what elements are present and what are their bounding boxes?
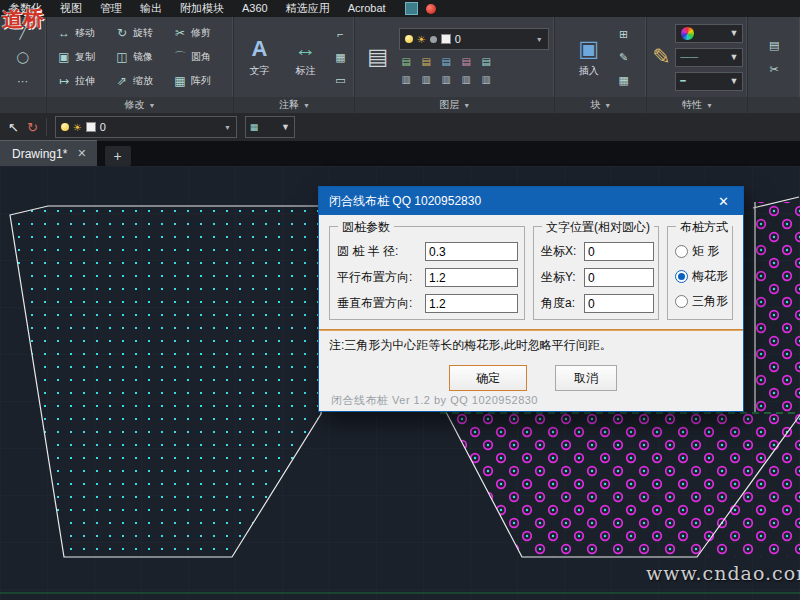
- trim-button[interactable]: ✂修剪: [169, 21, 227, 45]
- paste-icon[interactable]: ▤: [764, 36, 784, 54]
- mirror-button[interactable]: ◫镜像: [111, 45, 169, 69]
- layers-panel-label[interactable]: 图层 ▼: [355, 97, 554, 113]
- menu-featured-apps[interactable]: 精选应用: [277, 0, 339, 17]
- layer-tool-icon[interactable]: ▥: [399, 72, 414, 86]
- layer-tool-icon[interactable]: ▤: [459, 54, 474, 68]
- coord-y-label: 坐标Y:: [541, 269, 581, 286]
- rotate-button[interactable]: ↻旋转: [111, 21, 169, 45]
- block-edit-icon[interactable]: ⊞: [614, 25, 634, 43]
- stretch-button[interactable]: ↦拉伸: [53, 69, 111, 93]
- angle-input[interactable]: [584, 294, 654, 313]
- new-tab-button[interactable]: +: [105, 146, 131, 166]
- scale-button[interactable]: ⇗缩放: [111, 69, 169, 93]
- autocad-window: 参数化 视图 管理 输出 附加模块 A360 精选应用 Acrobat 道桥 ╱…: [0, 0, 800, 600]
- table-icon[interactable]: ▦: [330, 48, 350, 66]
- vertical-spacing-label: 垂直布置方向:: [337, 295, 422, 312]
- layer-tool-icon[interactable]: ▤: [399, 54, 414, 68]
- radio-icon[interactable]: [675, 245, 688, 258]
- lineweight-dropdown[interactable]: ━ ▼: [675, 72, 743, 91]
- apps-grid-icon[interactable]: [405, 2, 418, 15]
- daoqiao-logo: 道桥: [2, 4, 45, 33]
- draw-more-icon[interactable]: ⋯: [13, 72, 33, 90]
- dialog-body: 圆桩参数 圆 桩 半 径: 平行布置方向: 垂直布置方向: 文字位置(相对圆心): [319, 215, 743, 411]
- layer-properties-button[interactable]: ▤: [361, 21, 395, 93]
- fillet-button[interactable]: ⌒圆角: [169, 45, 227, 69]
- dimension-label: 标注: [295, 64, 315, 78]
- menu-output[interactable]: 输出: [131, 0, 171, 17]
- menu-view[interactable]: 视图: [51, 0, 91, 17]
- drawing-tab[interactable]: Drawing1* ✕: [0, 140, 97, 166]
- ok-button[interactable]: 确定: [449, 365, 527, 391]
- redo-icon[interactable]: ↻: [27, 120, 38, 135]
- accent-divider: [319, 329, 743, 331]
- stretch-icon: ↦: [57, 74, 71, 88]
- parallel-spacing-input[interactable]: [425, 268, 518, 287]
- move-button[interactable]: ↔移动: [53, 21, 111, 45]
- radio-mode-plum[interactable]: 梅花形: [675, 268, 732, 285]
- properties-panel-label[interactable]: 特性 ▼: [647, 97, 747, 113]
- coord-x-input[interactable]: [584, 242, 654, 261]
- close-icon[interactable]: ✕: [714, 192, 733, 211]
- layer-tool-icon[interactable]: ▥: [479, 72, 494, 86]
- menu-a360[interactable]: A360: [233, 0, 277, 17]
- layer-tool-icon[interactable]: ▥: [419, 72, 434, 86]
- chevron-down-icon: ▼: [281, 122, 290, 132]
- separator: [46, 118, 47, 136]
- block-define-icon[interactable]: ▦: [614, 71, 634, 89]
- dialog-titlebar[interactable]: 闭合线布桩 QQ 1020952830 ✕: [319, 187, 743, 215]
- group-pile-mode: 布桩方式 矩 形 梅花形 三角形: [667, 226, 733, 320]
- vertical-spacing-input[interactable]: [425, 294, 518, 313]
- right-strip-piles: [756, 202, 800, 412]
- block-panel-text: 块: [590, 98, 600, 112]
- cursor-icon[interactable]: ↖: [8, 120, 19, 135]
- copy-button[interactable]: ▣复制: [53, 45, 111, 69]
- color-dropdown[interactable]: ▼: [675, 24, 743, 43]
- block-panel-label[interactable]: 块 ▼: [555, 97, 646, 113]
- dimension-button[interactable]: ↔ 标注: [284, 21, 326, 93]
- quick-style-dropdown[interactable]: ▦ ▼: [245, 116, 295, 138]
- insert-icon: ▣: [578, 37, 599, 61]
- coord-y-input[interactable]: [584, 268, 654, 287]
- mirror-label: 镜像: [133, 50, 153, 64]
- annotate-panel-label[interactable]: 注释 ▼: [234, 97, 354, 113]
- layer-tool-icon[interactable]: ▤: [439, 54, 454, 68]
- cancel-button[interactable]: 取消: [555, 365, 617, 391]
- color-wheel-icon: [680, 26, 695, 41]
- dialog-note: 注:三角形为中心距等长的梅花形,此时忽略平行间距。: [329, 337, 612, 354]
- draw-circle-icon[interactable]: ◯: [13, 48, 33, 66]
- radio-icon[interactable]: [675, 295, 688, 308]
- chevron-down-icon: ▼: [149, 102, 156, 109]
- layer-tool-icon[interactable]: ▤: [419, 54, 434, 68]
- layer-lock-icon: [430, 36, 437, 43]
- insert-block-button[interactable]: ▣ 插入: [568, 21, 610, 93]
- array-icon: ▦: [173, 74, 187, 88]
- layer-tool-icon[interactable]: ▤: [479, 54, 494, 68]
- quick-layer-dropdown[interactable]: ☀ 0 ▼: [55, 116, 237, 138]
- radio-mode-triangle[interactable]: 三角形: [675, 293, 732, 310]
- ribbon-panel-annotate: A 文字 ↔ 标注 ⌐ ▦ ▭ 注释 ▼: [234, 17, 355, 113]
- linetype-dropdown[interactable]: —— ▼: [675, 48, 743, 67]
- group-title: 布桩方式: [676, 219, 732, 236]
- drawing-tab-label: Drawing1*: [12, 147, 67, 161]
- radio-mode-rectangle[interactable]: 矩 形: [675, 243, 732, 260]
- layer-tool-icon[interactable]: ▥: [459, 72, 474, 86]
- markup-icon[interactable]: ▭: [330, 71, 350, 89]
- layer-dropdown[interactable]: ☀ 0 ▼: [399, 28, 549, 50]
- match-properties-button[interactable]: ✎: [651, 21, 671, 93]
- menu-acrobat[interactable]: Acrobat: [339, 0, 395, 17]
- ribbon-panel-layers: ▤ ☀ 0 ▼ ▤ ▤ ▤: [355, 17, 555, 113]
- cut-icon[interactable]: ✂: [764, 60, 784, 78]
- menu-addins[interactable]: 附加模块: [171, 0, 233, 17]
- record-icon[interactable]: [426, 4, 436, 14]
- block-attr-icon[interactable]: ✎: [614, 48, 634, 66]
- modify-panel-label[interactable]: 修改 ▼: [47, 97, 234, 113]
- tab-close-icon[interactable]: ✕: [77, 147, 86, 160]
- radius-input[interactable]: [425, 242, 518, 261]
- text-button[interactable]: A 文字: [238, 21, 280, 93]
- array-button[interactable]: ▦阵列: [169, 69, 227, 93]
- chevron-down-icon: ▼: [224, 124, 231, 131]
- leader-icon[interactable]: ⌐: [330, 25, 350, 43]
- layer-tool-icon[interactable]: ▥: [439, 72, 454, 86]
- menu-manage[interactable]: 管理: [91, 0, 131, 17]
- radio-icon[interactable]: [675, 270, 688, 283]
